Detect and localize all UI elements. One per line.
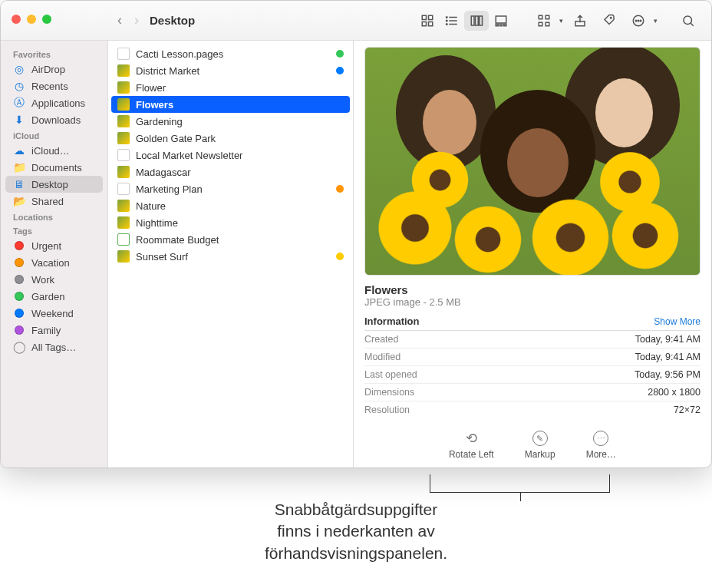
info-key: Resolution <box>364 405 410 415</box>
titlebar: ‹ › Desktop ▾ ▾ <box>1 1 711 41</box>
svg-point-9 <box>447 23 448 25</box>
svg-rect-11 <box>476 16 479 25</box>
tag-dot-icon <box>13 307 25 319</box>
icon-view-button[interactable] <box>415 11 440 31</box>
zoom-icon[interactable] <box>42 15 51 24</box>
svg-rect-12 <box>480 16 483 25</box>
file-row[interactable]: Flowers <box>111 96 350 113</box>
preview-subtitle: JPEG image - 2.5 MB <box>364 296 700 308</box>
sidebar-item-urgent[interactable]: Urgent <box>1 237 107 254</box>
file-name-label: Gardening <box>136 116 344 127</box>
file-row[interactable]: Golden Gate Park <box>111 130 350 147</box>
file-thumb-icon <box>117 115 130 127</box>
markup-button[interactable]: ✎ Markup <box>525 431 555 460</box>
sidebar-item-icloud-[interactable]: ☁iCloud… <box>1 142 107 159</box>
annotation-callout: Snabbåtgärdsuppgifter finns i nederkante… <box>0 468 712 572</box>
file-row[interactable]: Sunset Surf <box>111 248 350 265</box>
forward-button[interactable]: › <box>134 12 139 28</box>
file-list: Cacti Lesson.pagesDistrict MarketFlowerF… <box>108 41 354 467</box>
file-row[interactable]: Cacti Lesson.pages <box>111 45 350 62</box>
cloud-icon: ☁ <box>13 144 25 157</box>
file-row[interactable]: Flower <box>111 79 350 96</box>
shared-icon: 📂 <box>13 195 25 207</box>
minimize-icon[interactable] <box>27 15 36 24</box>
sidebar-item-recents[interactable]: ◷Recents <box>1 78 107 94</box>
tag-dot-icon <box>13 324 25 336</box>
sidebar-item-garden[interactable]: Garden <box>1 288 107 305</box>
info-row: Last openedToday, 9:56 PM <box>364 365 700 383</box>
file-thumb-icon <box>117 183 130 195</box>
file-thumb-icon <box>117 200 130 212</box>
sidebar-item-vacation[interactable]: Vacation <box>1 254 107 271</box>
sidebar-item-applications[interactable]: ⒶApplications <box>1 94 107 111</box>
svg-rect-14 <box>496 24 498 25</box>
search-button[interactable] <box>676 11 700 31</box>
file-row[interactable]: Marketing Plan <box>111 180 350 197</box>
more-label: More… <box>586 449 616 460</box>
sidebar-item-airdrop[interactable]: ◎AirDrop <box>1 61 107 78</box>
sidebar-item-family[interactable]: Family <box>1 322 107 339</box>
sidebar-item-downloads[interactable]: ⬇Downloads <box>1 111 107 128</box>
file-row[interactable]: Local Market Newsletter <box>111 147 350 164</box>
column-view-button[interactable] <box>464 11 489 31</box>
info-value: Today, 9:56 PM <box>635 369 700 380</box>
back-button[interactable]: ‹ <box>117 12 122 28</box>
close-icon[interactable] <box>12 15 21 24</box>
info-value: Today, 9:41 AM <box>635 334 700 345</box>
file-name-label: Roommate Budget <box>136 234 344 246</box>
chevron-down-icon: ▾ <box>559 17 563 25</box>
markup-icon: ✎ <box>532 431 548 446</box>
svg-rect-20 <box>546 22 549 26</box>
sidebar-item-label: Desktop <box>31 179 68 190</box>
info-row: ModifiedToday, 9:41 AM <box>364 348 700 365</box>
file-name-label: Flowers <box>136 99 344 111</box>
file-tag-dot-icon <box>336 253 344 260</box>
sidebar-item-label: AirDrop <box>31 64 65 75</box>
file-row[interactable]: Nighttime <box>111 214 350 231</box>
tag-dot-icon <box>13 239 25 252</box>
file-thumb-icon <box>117 48 130 60</box>
tag-dot-icon <box>13 290 25 302</box>
sidebar-item-shared[interactable]: 📂Shared <box>1 193 107 210</box>
svg-rect-15 <box>500 24 503 25</box>
window-controls <box>12 15 51 24</box>
file-row[interactable]: Madagascar <box>111 164 350 180</box>
show-more-button[interactable]: Show More <box>654 316 700 327</box>
sidebar-item-documents[interactable]: 📁Documents <box>1 159 107 176</box>
file-name-label: Nature <box>136 200 344 212</box>
file-tag-dot-icon <box>336 67 344 74</box>
sidebar-item-weekend[interactable]: Weekend <box>1 305 107 322</box>
svg-rect-2 <box>422 21 426 25</box>
list-view-button[interactable] <box>440 11 464 31</box>
sidebar-item-desktop[interactable]: 🖥Desktop <box>5 176 103 193</box>
info-value: Today, 9:41 AM <box>635 352 700 362</box>
folder-icon: 📁 <box>13 161 25 173</box>
file-thumb-icon <box>117 98 130 111</box>
gallery-view-button[interactable] <box>489 11 513 31</box>
markup-label: Markup <box>525 449 555 460</box>
sidebar-item-all-tags-[interactable]: ◯All Tags… <box>1 339 107 355</box>
svg-point-24 <box>635 20 637 21</box>
file-name-label: Flower <box>136 82 344 94</box>
sidebar-item-label: iCloud… <box>31 145 70 157</box>
rotate-left-button[interactable]: ⟲ Rotate Left <box>449 431 494 460</box>
file-row[interactable]: Roommate Budget <box>111 231 350 248</box>
more-actions-button[interactable]: ⋯ More… <box>586 431 616 460</box>
more-button[interactable] <box>626 11 651 31</box>
file-thumb-icon <box>117 81 130 94</box>
share-button[interactable] <box>568 11 592 31</box>
file-row[interactable]: Gardening <box>111 113 350 130</box>
view-mode-group <box>415 11 513 31</box>
group-by-button[interactable] <box>532 11 556 31</box>
window-title: Desktop <box>150 14 195 27</box>
file-row[interactable]: District Market <box>111 62 350 79</box>
svg-point-26 <box>640 20 641 21</box>
sidebar-item-work[interactable]: Work <box>1 271 107 288</box>
sidebar-section-title: Favorites <box>1 47 107 61</box>
sidebar-section-title: Tags <box>1 223 107 237</box>
tags-button[interactable] <box>597 11 621 31</box>
sidebar-item-label: Weekend <box>31 308 74 319</box>
file-thumb-icon <box>117 132 130 144</box>
annotation-line: finns i nederkanten av <box>277 522 434 540</box>
file-row[interactable]: Nature <box>111 197 350 214</box>
